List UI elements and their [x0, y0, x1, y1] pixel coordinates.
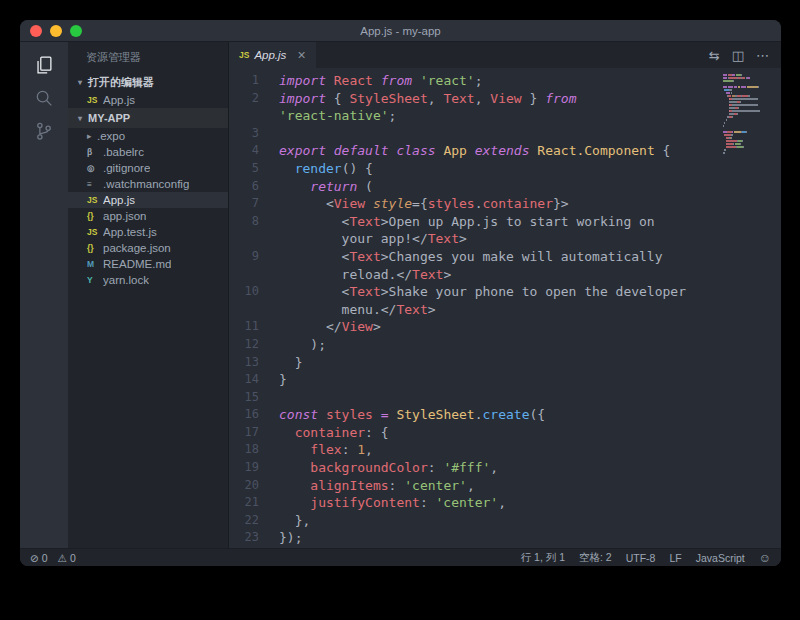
- code-text: </View>: [279, 318, 381, 336]
- open-changes-icon[interactable]: ⇆: [709, 48, 720, 63]
- traffic-light-minimize[interactable]: [50, 25, 62, 37]
- traffic-lights: [30, 25, 82, 37]
- code-row: your app!</Text>: [229, 230, 781, 248]
- status-encoding[interactable]: UTF-8: [626, 552, 656, 564]
- file-type-icon: JS: [87, 195, 103, 205]
- activity-search[interactable]: [20, 81, 68, 114]
- code-row: 2import { StyleSheet, Text, View } from: [229, 90, 781, 108]
- status-problems[interactable]: ⊘ 0⚠ 0: [30, 552, 76, 564]
- activity-explorer[interactable]: [20, 48, 68, 81]
- chevron-right-icon: ▸: [87, 131, 97, 141]
- file-type-icon: Y: [87, 275, 103, 285]
- workbench: 资源管理器 ▾ 打开的编辑器 JSApp.js ▾ MY-APP ▸.expoβ…: [20, 42, 781, 548]
- code-text: alignItems: 'center',: [279, 477, 475, 495]
- title-bar[interactable]: App.js - my-app: [20, 20, 781, 42]
- open-editors-list: JSApp.js: [68, 92, 228, 108]
- activity-bar: [20, 42, 68, 548]
- code-text: 'react-native';: [279, 107, 396, 125]
- file-app.json[interactable]: {}app.json: [68, 208, 228, 224]
- code-row: 13 }: [229, 354, 781, 372]
- code-text: backgroundColor: '#fff',: [279, 459, 498, 477]
- code-text: <View style={styles.container}>: [279, 195, 569, 213]
- window-title: App.js - my-app: [360, 25, 441, 37]
- code-text: justifyContent: 'center',: [279, 494, 506, 512]
- open-editor-App.js[interactable]: JSApp.js: [68, 92, 228, 108]
- code-row: reload.</Text>: [229, 266, 781, 284]
- sidebar-explorer: 资源管理器 ▾ 打开的编辑器 JSApp.js ▾ MY-APP ▸.expoβ…: [68, 42, 228, 548]
- file-README.md[interactable]: MREADME.md: [68, 256, 228, 272]
- line-number: 18: [229, 441, 279, 459]
- code-row: 23});: [229, 529, 781, 547]
- code-text: import { StyleSheet, Text, View } from: [279, 90, 576, 108]
- line-number: 19: [229, 459, 279, 477]
- file-.expo[interactable]: ▸.expo: [68, 128, 228, 144]
- code-text: }: [279, 354, 302, 372]
- code-row: 12 );: [229, 336, 781, 354]
- git-branch-icon: [33, 120, 55, 142]
- editor-code-area[interactable]: 1import React from 'react';2import { Sty…: [229, 68, 781, 548]
- code-row: 10 <Text>Shake your phone to open the de…: [229, 283, 781, 301]
- status-indentation[interactable]: 空格: 2: [579, 551, 612, 565]
- file-name-label: README.md: [103, 258, 171, 270]
- project-file-list: ▸.expoβ.babelrc◎.gitignore≡.watchmanconf…: [68, 128, 228, 288]
- status-cursor-position[interactable]: 行 1, 列 1: [521, 551, 565, 565]
- code-row: 15: [229, 389, 781, 407]
- line-number: [229, 107, 279, 125]
- code-text: render() {: [279, 160, 373, 178]
- code-text: );: [279, 336, 326, 354]
- line-number: 5: [229, 160, 279, 178]
- file-name-label: .expo: [97, 130, 125, 142]
- traffic-light-close[interactable]: [30, 25, 42, 37]
- status-language-mode[interactable]: JavaScript: [696, 552, 745, 564]
- file-.gitignore[interactable]: ◎.gitignore: [68, 160, 228, 176]
- file-App.test.js[interactable]: JSApp.test.js: [68, 224, 228, 240]
- code-row: 7 <View style={styles.container}>: [229, 195, 781, 213]
- minimap[interactable]: [723, 74, 769, 155]
- tab-appjs[interactable]: JS App.js ×: [229, 42, 316, 68]
- more-actions-icon[interactable]: ⋯: [756, 48, 769, 63]
- status-eol[interactable]: LF: [669, 552, 681, 564]
- js-file-icon: JS: [239, 50, 249, 60]
- file-package.json[interactable]: {}package.json: [68, 240, 228, 256]
- code-text: return (: [279, 178, 373, 196]
- split-editor-icon[interactable]: ◫: [732, 48, 744, 63]
- line-number: 4: [229, 142, 279, 160]
- file-name-label: .babelrc: [103, 146, 144, 158]
- code-row: 20 alignItems: 'center',: [229, 477, 781, 495]
- file-type-icon: {}: [87, 243, 103, 253]
- line-number: 12: [229, 336, 279, 354]
- status-warnings[interactable]: ⚠ 0: [58, 552, 76, 564]
- code-row: 21 justifyContent: 'center',: [229, 494, 781, 512]
- file-.babelrc[interactable]: β.babelrc: [68, 144, 228, 160]
- code-text: your app!</Text>: [279, 230, 467, 248]
- open-editors-header[interactable]: ▾ 打开的编辑器: [68, 72, 228, 92]
- feedback-smiley-icon[interactable]: ☺: [759, 551, 771, 565]
- status-errors[interactable]: ⊘ 0: [30, 552, 48, 564]
- file-name-label: App.js: [103, 94, 135, 106]
- file-yarn.lock[interactable]: Yyarn.lock: [68, 272, 228, 288]
- code-text: export default class App extends React.C…: [279, 142, 670, 160]
- code-row: 9 <Text>Changes you make will automatica…: [229, 248, 781, 266]
- tab-close-icon[interactable]: ×: [297, 48, 305, 62]
- line-number: 14: [229, 371, 279, 389]
- code-row: 8 <Text>Open up App.js to start working …: [229, 213, 781, 231]
- explorer-title: 资源管理器: [68, 42, 228, 72]
- line-number: 3: [229, 125, 279, 143]
- line-number: 2: [229, 90, 279, 108]
- file-type-icon: JS: [87, 95, 103, 105]
- project-header[interactable]: ▾ MY-APP: [68, 108, 228, 128]
- line-number: 22: [229, 512, 279, 530]
- tab-actions: ⇆◫⋯: [709, 42, 781, 68]
- code-row: 19 backgroundColor: '#fff',: [229, 459, 781, 477]
- code-row: 22 },: [229, 512, 781, 530]
- line-number: 11: [229, 318, 279, 336]
- line-number: 10: [229, 283, 279, 301]
- chevron-down-icon: ▾: [74, 114, 86, 123]
- traffic-light-zoom[interactable]: [70, 25, 82, 37]
- file-name-label: .watchmanconfig: [103, 178, 189, 190]
- tab-label: App.js: [254, 49, 286, 61]
- activity-source-control[interactable]: [20, 114, 68, 147]
- file-.watchmanconfig[interactable]: ≡.watchmanconfig: [68, 176, 228, 192]
- code-text: <Text>Changes you make will automaticall…: [279, 248, 663, 266]
- file-App.js[interactable]: JSApp.js: [68, 192, 228, 208]
